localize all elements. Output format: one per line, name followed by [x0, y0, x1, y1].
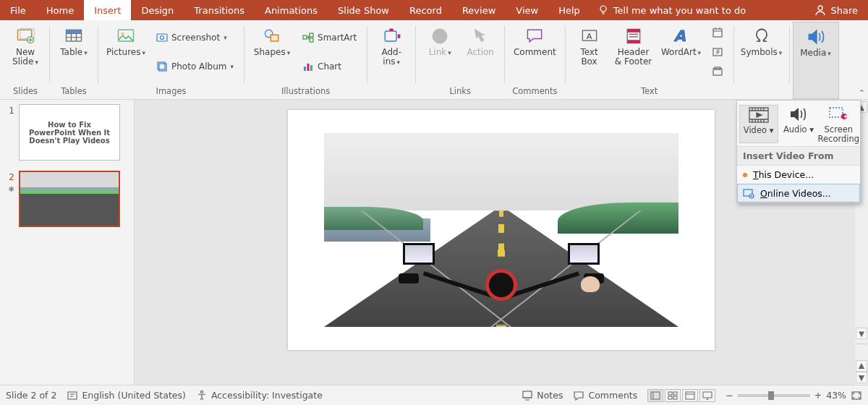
table-label: Table	[60, 47, 82, 57]
tab-view[interactable]: View	[506, 0, 548, 20]
insert-video-online-videos[interactable]: Online Videos...	[737, 184, 860, 202]
textbox-button[interactable]: A Text Box	[573, 23, 606, 67]
accessibility-button[interactable]: Accessibility: Investigate	[196, 390, 323, 401]
share-label: Share	[830, 5, 858, 16]
tab-animations[interactable]: Animations	[255, 0, 328, 20]
tell-me-search[interactable]: Tell me what you want to do	[590, 0, 753, 20]
slide-editor[interactable]: Video ▾ Audio ▾ Screen Recording Insert …	[135, 100, 868, 385]
media-audio-button[interactable]: Audio ▾	[779, 105, 818, 143]
insert-video-this-device[interactable]: This Device...	[737, 166, 860, 184]
symbols-button[interactable]: Symbols	[741, 23, 782, 57]
comment-button[interactable]: Comment	[512, 23, 557, 57]
screenshot-button[interactable]: Screenshot	[153, 30, 237, 45]
collapse-ribbon-button[interactable]: ⌃	[859, 88, 865, 98]
chart-button[interactable]: Chart	[299, 59, 359, 74]
svg-rect-18	[304, 67, 306, 71]
view-sorter-button[interactable]	[665, 389, 681, 402]
smartart-label: SmartArt	[318, 33, 357, 43]
zoom-out-button[interactable]: −	[726, 390, 733, 401]
table-button[interactable]: Table	[57, 23, 90, 57]
language-button[interactable]: English (United States)	[67, 390, 186, 401]
tab-insert[interactable]: Insert	[84, 0, 131, 20]
notes-button[interactable]: Notes	[522, 390, 563, 401]
svg-point-41	[200, 391, 203, 393]
tab-file[interactable]: File	[0, 0, 36, 20]
view-normal-button[interactable]	[647, 389, 663, 402]
zoom-slider[interactable]	[738, 394, 810, 397]
wordart-label: WordArt	[661, 47, 697, 57]
photo-album-button[interactable]: Photo Album	[153, 59, 237, 74]
action-label: Action	[467, 48, 494, 57]
group-label-tables: Tables	[61, 85, 87, 98]
group-text: A Text Box Header & Footer A WordArt #	[569, 22, 731, 99]
header-footer-button[interactable]: Header & Footer	[613, 23, 654, 67]
tab-slideshow[interactable]: Slide Show	[328, 0, 399, 20]
thumbnail-number: 2✱	[4, 171, 14, 193]
symbols-icon	[752, 26, 772, 46]
svg-rect-17	[310, 38, 313, 42]
tab-home[interactable]: Home	[36, 0, 84, 20]
svg-rect-15	[303, 35, 307, 39]
date-time-button[interactable]	[709, 25, 726, 40]
media-video-button[interactable]: Video ▾	[739, 105, 778, 143]
media-button[interactable]: Media	[799, 24, 833, 58]
svg-rect-6	[67, 30, 82, 33]
scroll-down-button[interactable]: ▼	[856, 328, 867, 339]
thumbnail-1-text: How to Fix PowerPoint When It Doesn't Pl…	[24, 121, 115, 145]
textbox-icon: A	[579, 26, 600, 46]
media-video-label: Video	[744, 125, 767, 135]
svg-rect-16	[310, 33, 313, 37]
svg-point-8	[122, 32, 124, 35]
tab-transitions[interactable]: Transitions	[184, 0, 255, 20]
zoom-in-button[interactable]: +	[814, 390, 822, 401]
svg-text:A: A	[586, 31, 592, 41]
group-symbols: Symbols	[737, 22, 786, 99]
object-button[interactable]	[709, 64, 726, 79]
view-reading-button[interactable]	[682, 389, 698, 402]
media-screen-recording-button[interactable]: Screen Recording	[819, 105, 858, 143]
status-comments-label: Comments	[588, 390, 637, 401]
view-slideshow-button[interactable]	[699, 389, 715, 402]
textbox-label: Text Box	[573, 48, 606, 67]
tab-review[interactable]: Review	[452, 0, 506, 20]
share-button[interactable]: Share	[804, 0, 868, 20]
group-images: Pictures Screenshot Photo Album Images	[101, 22, 241, 99]
group-label-addins	[390, 85, 393, 98]
wordart-button[interactable]: A WordArt	[661, 23, 702, 57]
group-label-links: Links	[449, 85, 471, 98]
smartart-button[interactable]: SmartArt	[299, 30, 359, 45]
bullet-icon	[743, 173, 747, 177]
prev-slide-button[interactable]: ⯅	[856, 360, 867, 372]
tab-help[interactable]: Help	[548, 0, 590, 20]
svg-rect-49	[703, 392, 712, 398]
action-icon	[470, 26, 490, 46]
symbols-label: Symbols	[741, 47, 778, 57]
fit-to-window-button[interactable]	[851, 390, 862, 401]
comment-icon	[524, 26, 545, 46]
person-icon	[814, 4, 826, 16]
svg-rect-45	[673, 392, 677, 395]
svg-point-0	[600, 6, 606, 12]
new-slide-button[interactable]: New Slide	[9, 23, 42, 67]
animation-star-icon: ✱	[4, 185, 14, 193]
group-media: Media	[793, 22, 839, 99]
tab-record[interactable]: Record	[399, 0, 452, 20]
pictures-button[interactable]: Pictures	[106, 23, 146, 57]
thumbnail-slide-2[interactable]: 2✱	[4, 171, 129, 227]
next-slide-button[interactable]: ⯆	[856, 372, 867, 383]
addins-button[interactable]: Add-ins	[375, 23, 408, 67]
status-comments-button[interactable]: Comments	[573, 390, 637, 401]
zoom-percent[interactable]: 43%	[826, 390, 846, 401]
date-time-icon	[712, 27, 723, 38]
tab-design[interactable]: Design	[131, 0, 184, 20]
svg-rect-14	[271, 35, 278, 41]
pictures-label: Pictures	[106, 47, 141, 57]
shapes-button[interactable]: Shapes	[252, 23, 292, 57]
current-slide[interactable]	[288, 110, 715, 350]
slide-number-button[interactable]: #	[709, 45, 726, 59]
comments-icon	[573, 390, 584, 401]
thumbnail-slide-1[interactable]: 1 How to Fix PowerPoint When It Doesn't …	[4, 104, 129, 161]
zoom-control: − + 43%	[726, 390, 862, 401]
media-dropdown-panel: Video ▾ Audio ▾ Screen Recording Insert …	[736, 100, 861, 203]
svg-rect-44	[668, 392, 672, 395]
